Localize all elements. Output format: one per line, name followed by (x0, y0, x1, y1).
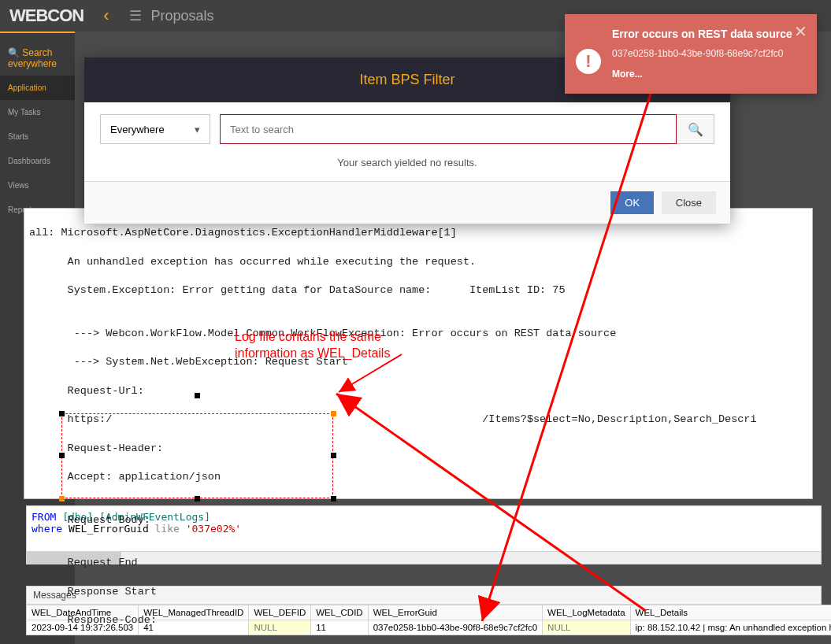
no-results-text: Your search yielded no results. (100, 152, 714, 173)
toast-title: Error occurs on REST data source (612, 27, 803, 41)
log-line: ---> System.Net.WebException: Request St… (29, 355, 807, 369)
logo: WEBCON (9, 6, 83, 26)
search-button[interactable]: 🔍 (677, 114, 714, 144)
error-icon: ! (576, 49, 601, 74)
sidebar-item-mytasks[interactable]: My Tasks (0, 100, 75, 124)
sidebar-search[interactable]: 🔍 Search everywhere (0, 41, 75, 76)
log-line: Response-Code: (29, 613, 807, 627)
log-line: Response Start (29, 585, 807, 599)
sidebar-item-views[interactable]: Views (0, 173, 75, 198)
sidebar-item-starts[interactable]: Starts (0, 124, 75, 149)
log-panel: all: Microsoft.AspNetCore.Diagnostics.Ex… (24, 208, 813, 499)
back-chevron-icon[interactable]: ‹ (103, 6, 109, 26)
log-line: Request End (29, 556, 807, 570)
search-input[interactable] (220, 114, 677, 144)
scope-value: Everywhere (110, 124, 165, 135)
page-title: Proposals (151, 8, 214, 24)
sidebar-item-dashboards[interactable]: Dashboards (0, 149, 75, 173)
log-line: An unhandled exception has occurred whil… (29, 255, 807, 269)
grid-icon[interactable]: ☰ (129, 7, 142, 24)
toast-guid: 037e0258-1bb0-43be-90f8-68e9c7cf2fc0 (612, 47, 803, 61)
close-button[interactable]: Close (662, 191, 716, 214)
log-line: Accept: application/json (29, 470, 807, 484)
log-line: System.Exception: Error getting data for… (29, 283, 807, 298)
log-line: ---> Webcon.WorkFlow.Model.Common.WorkFl… (29, 327, 807, 341)
scope-select[interactable]: Everywhere ▾ (100, 114, 210, 144)
toast-close-icon[interactable]: ✕ (794, 22, 807, 41)
sidebar-item-application[interactable]: Application (0, 76, 75, 100)
log-line: Request-Body: (29, 513, 807, 527)
ok-button[interactable]: OK (610, 191, 654, 214)
error-toast: ! ✕ Error occurs on REST data source 037… (565, 14, 817, 94)
log-line: Request-Header: (29, 442, 807, 456)
log-line: https:/ /Items?$select=No,Description,Se… (29, 413, 807, 427)
annotation-text: Log file contains the same information a… (235, 329, 390, 362)
toast-more-link[interactable]: More... (612, 68, 803, 80)
search-icon: 🔍 (688, 122, 703, 137)
log-line: Request-Url: (29, 384, 807, 398)
log-line: all: Microsoft.AspNetCore.Diagnostics.Ex… (29, 226, 807, 240)
chevron-down-icon: ▾ (195, 124, 200, 135)
